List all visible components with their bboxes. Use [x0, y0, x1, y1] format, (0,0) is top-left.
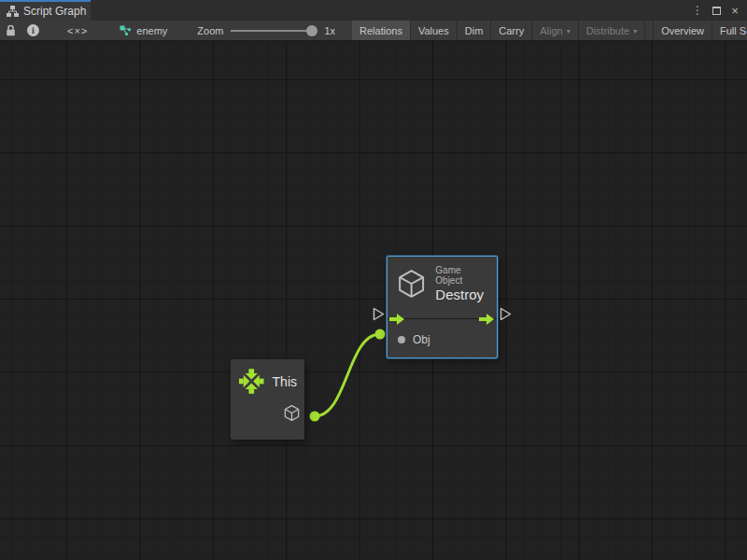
lock-button[interactable] — [0, 21, 21, 40]
this-converge-icon — [239, 368, 264, 395]
script-graph-asset-icon — [120, 25, 132, 36]
value-port-dot-icon[interactable] — [398, 336, 405, 343]
info-button[interactable]: i — [21, 21, 45, 40]
gameobject-output-port-icon[interactable] — [283, 404, 301, 422]
maximize-glyph — [712, 7, 721, 15]
graph-toolbar: i <×> enemy Zoom 1x Relations Values Dim… — [0, 21, 747, 41]
distribute-label: Distribute — [586, 25, 629, 36]
control-flow-row — [388, 312, 497, 327]
window-titlebar: Script Graph ⋮ × — [0, 0, 747, 21]
zoom-slider-track — [231, 30, 317, 32]
toolbar-buttons: Relations Values Dim Carry Align ▾ Distr… — [352, 21, 747, 40]
node-destroy[interactable]: Game Object Destroy Obj — [387, 256, 498, 358]
align-label: Align — [540, 25, 562, 36]
node-destroy-header: Game Object Destroy — [388, 257, 497, 308]
tab-script-graph[interactable]: Script Graph — [0, 0, 91, 21]
lock-icon — [6, 24, 16, 36]
zoom-value: 1x — [317, 25, 345, 36]
values-button[interactable]: Values — [411, 21, 458, 40]
overview-button[interactable]: Overview — [653, 21, 712, 40]
dim-button[interactable]: Dim — [458, 21, 492, 40]
graph-canvas[interactable]: This Game Object Destroy — [0, 41, 747, 560]
node-this-header: This — [231, 359, 304, 400]
graph-name-label: enemy — [136, 25, 167, 36]
chevron-down-icon: ▾ — [567, 27, 571, 35]
connection-wire — [0, 41, 747, 560]
fullscreen-button[interactable]: Full Screen — [712, 21, 747, 40]
maximize-icon[interactable] — [709, 3, 724, 18]
relations-button[interactable]: Relations — [352, 21, 411, 40]
tab-title: Script Graph — [23, 5, 86, 18]
code-view-button[interactable]: <×> — [45, 21, 110, 40]
input-port-label: Obj — [413, 333, 430, 346]
align-dropdown[interactable]: Align ▾ — [532, 21, 578, 40]
control-enter-triangle-icon[interactable] — [373, 307, 385, 321]
gameobject-cube-icon — [396, 268, 427, 300]
node-this[interactable]: This — [231, 359, 304, 440]
chevron-down-icon: ▾ — [633, 27, 637, 35]
node-title: Destroy — [435, 287, 489, 302]
control-exit-triangle-icon[interactable] — [500, 307, 512, 321]
info-icon: i — [27, 24, 39, 36]
zoom-control: Zoom 1x — [176, 21, 345, 40]
zoom-slider-handle[interactable] — [306, 25, 317, 36]
carry-button[interactable]: Carry — [491, 21, 532, 40]
distribute-dropdown[interactable]: Distribute ▾ — [579, 21, 645, 40]
graph-hierarchy-icon — [7, 6, 19, 17]
graph-reference[interactable]: enemy — [110, 21, 176, 40]
window-menu-icon[interactable]: ⋮ — [690, 3, 705, 18]
zoom-slider[interactable] — [231, 21, 317, 41]
node-destroy-titles: Game Object Destroy — [435, 265, 489, 302]
close-icon[interactable]: × — [727, 3, 742, 18]
code-icon: <×> — [50, 25, 105, 36]
control-input-arrow-icon[interactable] — [389, 313, 405, 326]
zoom-label: Zoom — [176, 25, 231, 36]
window-controls: ⋮ × — [690, 0, 747, 21]
node-category: Game Object — [435, 265, 489, 286]
input-port-row[interactable]: Obj — [388, 327, 497, 346]
control-output-arrow-icon[interactable] — [479, 313, 495, 326]
node-this-title: This — [273, 374, 297, 389]
